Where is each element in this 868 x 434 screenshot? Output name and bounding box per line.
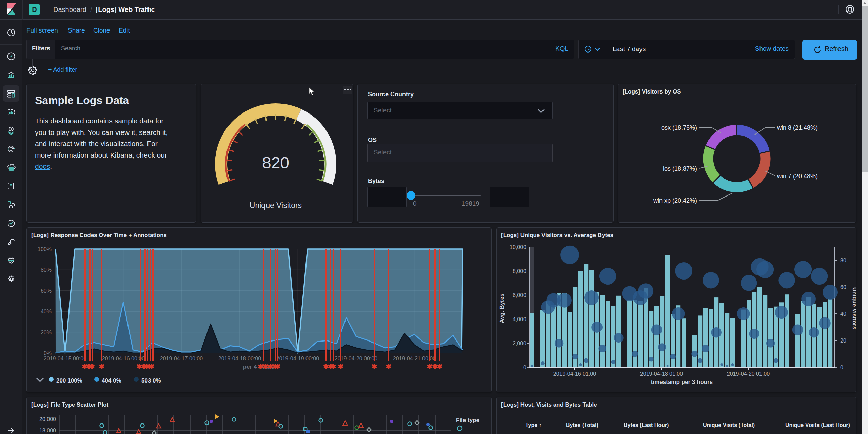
- svg-text:2019-04-20 01:00: 2019-04-20 01:00: [727, 371, 770, 377]
- svg-text:2019-04-18 00:00: 2019-04-18 00:00: [218, 356, 261, 361]
- svg-text:60%: 60%: [41, 288, 52, 294]
- svg-text:2019-04-18 01:00: 2019-04-18 01:00: [640, 371, 683, 377]
- svg-text:100%: 100%: [38, 246, 52, 252]
- svg-text:win xp (20.42%): win xp (20.42%): [653, 197, 697, 204]
- svg-text:0: 0: [840, 365, 843, 370]
- svg-text:0: 0: [523, 365, 526, 370]
- svg-text:2019-04-15 00:00: 2019-04-15 00:00: [44, 356, 86, 361]
- svg-text:timestamp per 3 hours: timestamp per 3 hours: [651, 379, 713, 385]
- svg-text:40: 40: [840, 311, 846, 317]
- svg-text:ios (18.87%): ios (18.87%): [663, 165, 697, 172]
- svg-text:2019-04-19 00:00: 2019-04-19 00:00: [276, 356, 319, 361]
- svg-text:200 100%: 200 100%: [56, 377, 82, 384]
- svg-text:404 0%: 404 0%: [102, 377, 121, 384]
- svg-text:20,000: 20,000: [39, 416, 56, 422]
- svg-text:80%: 80%: [41, 267, 52, 273]
- svg-text:20: 20: [840, 338, 846, 344]
- svg-text:20%: 20%: [41, 330, 52, 335]
- svg-text:18,000: 18,000: [39, 428, 56, 433]
- svg-text:2019-04-17 00:00: 2019-04-17 00:00: [160, 356, 203, 361]
- svg-text:8,000: 8,000: [513, 268, 526, 274]
- svg-text:Unique Visitors: Unique Visitors: [851, 287, 856, 329]
- svg-text:60: 60: [840, 284, 846, 290]
- svg-text:2,000: 2,000: [513, 340, 526, 346]
- svg-text:6,000: 6,000: [513, 292, 526, 298]
- svg-text:2019-04-16 01:00: 2019-04-16 01:00: [553, 371, 596, 377]
- svg-text:80: 80: [840, 257, 846, 263]
- svg-text:0%: 0%: [44, 350, 52, 356]
- svg-text:win 8 (21.48%): win 8 (21.48%): [777, 124, 818, 131]
- svg-text:win 7 (20.48%): win 7 (20.48%): [777, 173, 818, 180]
- svg-text:40%: 40%: [41, 309, 52, 314]
- svg-text:Unique Visitors: Unique Visitors: [250, 201, 302, 210]
- svg-text:2019-04-16 00:00: 2019-04-16 00:00: [102, 356, 145, 361]
- svg-text:820: 820: [262, 154, 289, 172]
- svg-text:Avg. Bytes: Avg. Bytes: [499, 293, 505, 323]
- svg-text:File type: File type: [456, 417, 479, 423]
- svg-text:503 0%: 503 0%: [141, 377, 161, 384]
- svg-text:10,000: 10,000: [510, 244, 526, 250]
- svg-text:osx (18.75%): osx (18.75%): [661, 124, 697, 131]
- svg-text:4,000: 4,000: [513, 316, 526, 322]
